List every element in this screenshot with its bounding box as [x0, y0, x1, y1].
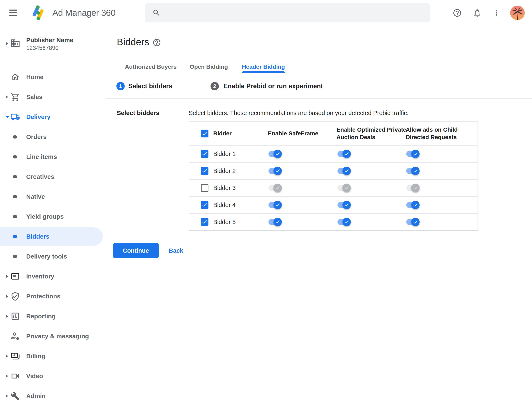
tab-open-bidding[interactable]: Open Bidding	[190, 61, 228, 73]
back-link[interactable]: Back	[169, 243, 183, 258]
privacy-icon	[10, 331, 20, 341]
toggle-thumb	[274, 150, 282, 158]
avatar[interactable]	[510, 6, 525, 20]
sidebar-item-reporting[interactable]: Reporting	[0, 306, 106, 326]
bidder-3-enable-safeframe-toggle[interactable]	[268, 184, 282, 192]
step-1-label: Select bidders	[128, 82, 172, 90]
check-icon	[413, 151, 418, 157]
sidebar-item-yield-groups[interactable]: Yield groups	[0, 207, 106, 227]
bidder-5-allow-ads-child-directed-toggle[interactable]	[406, 218, 419, 226]
tab-authorized-buyers[interactable]: Authorized Buyers	[125, 61, 177, 73]
sidebar-item-home[interactable]: Home	[0, 67, 106, 87]
row-checkbox-bidder-4[interactable]	[201, 201, 209, 209]
check-icon	[344, 151, 349, 157]
sidebar-item-billing[interactable]: Billing	[0, 346, 106, 366]
page-title: Bidders	[117, 35, 149, 49]
help-icon[interactable]	[453, 8, 462, 17]
search-input[interactable]	[166, 3, 424, 23]
check-icon	[202, 219, 208, 225]
bidder-4-allow-ads-child-directed-toggle[interactable]	[406, 201, 419, 209]
toggle-thumb	[342, 150, 351, 158]
sidebar-item-label: Delivery	[26, 113, 50, 120]
truck-icon	[10, 112, 20, 122]
toggle-thumb	[411, 218, 419, 226]
bidder-1-enable-safeframe-toggle[interactable]	[268, 150, 282, 158]
check-icon	[275, 168, 280, 174]
sidebar-item-creatives[interactable]: Creatives	[0, 167, 106, 187]
sidebar-item-video[interactable]: Video	[0, 366, 106, 386]
toggle-thumb	[411, 150, 419, 158]
check-icon	[275, 151, 280, 157]
tab-bar: Authorized BuyersOpen BiddingHeader Bidd…	[106, 61, 532, 73]
billing-icon	[10, 351, 20, 361]
sidebar-item-label: Reporting	[26, 313, 56, 320]
topbar: Ad Manager 360	[0, 0, 532, 26]
tabs-divider	[106, 73, 532, 73]
bidder-name: Bidder 4	[213, 197, 236, 213]
sidebar-item-label: Billing	[26, 352, 45, 360]
sidebar-item-label: Home	[26, 73, 43, 81]
sidebar-item-bidders[interactable]: Bidders	[0, 227, 106, 246]
check-icon	[344, 219, 349, 225]
search-bar[interactable]	[145, 3, 430, 23]
row-checkbox-bidder-5[interactable]	[201, 218, 209, 226]
sidebar-item-label: Delivery tools	[26, 253, 67, 260]
notifications-bell-icon[interactable]	[473, 8, 482, 17]
section-description: Select bidders. These recommendations ar…	[189, 109, 409, 117]
toggle-thumb	[342, 201, 351, 209]
bidders-table: BidderEnable SafeFrameEnable Optimized P…	[189, 121, 478, 231]
stepper: 1Select bidders2Enable Prebid or run exp…	[106, 80, 532, 92]
sidebar-item-label: Line items	[26, 153, 57, 160]
publisher-selector[interactable]: Publisher Name 1234567890	[0, 26, 106, 60]
sidebar-item-delivery-tools[interactable]: Delivery tools	[0, 246, 106, 266]
sidebar-item-inventory[interactable]: Inventory	[0, 266, 106, 286]
bidder-1-allow-ads-child-directed-toggle[interactable]	[406, 150, 419, 158]
bidder-2-allow-ads-child-directed-toggle[interactable]	[406, 167, 419, 175]
check-icon	[275, 185, 280, 191]
continue-button[interactable]: Continue	[113, 243, 159, 258]
truck-icon	[10, 112, 20, 122]
bidder-2-enable-optimized-private-auction-deals-toggle[interactable]	[338, 167, 351, 175]
caret-right-icon	[6, 42, 8, 46]
title-help-icon[interactable]	[152, 38, 161, 47]
sidebar-item-orders[interactable]: Orders	[0, 127, 106, 147]
sidebar-item-sales[interactable]: Sales	[0, 87, 106, 107]
cart-icon	[10, 92, 20, 102]
sidebar-item-label: Yield groups	[26, 213, 64, 220]
table-row-bidder-5: Bidder 5	[189, 213, 477, 230]
row-checkbox-bidder-3[interactable]	[201, 184, 209, 192]
bidder-3-allow-ads-child-directed-toggle[interactable]	[406, 184, 419, 192]
caret-right-icon	[6, 294, 8, 298]
row-checkbox-bidder-2[interactable]	[201, 167, 209, 175]
bidder-2-enable-safeframe-toggle[interactable]	[268, 167, 282, 175]
sidebar-item-protections[interactable]: Protections	[0, 286, 106, 306]
bidder-5-enable-optimized-private-auction-deals-toggle[interactable]	[338, 218, 351, 226]
sidebar-item-privacy-messaging[interactable]: Privacy & messaging	[0, 326, 106, 346]
sidebar-item-admin[interactable]: Admin	[0, 386, 106, 406]
bidder-1-enable-optimized-private-auction-deals-toggle[interactable]	[338, 150, 351, 158]
sidebar-item-label: Video	[26, 373, 43, 380]
check-icon	[202, 168, 208, 174]
sidebar-item-line-items[interactable]: Line items	[0, 147, 106, 167]
bidder-4-enable-safeframe-toggle[interactable]	[268, 201, 282, 209]
admin-icon	[10, 391, 20, 401]
privacy-icon	[10, 331, 20, 341]
check-icon	[413, 168, 418, 174]
row-checkbox-bidder-1[interactable]	[201, 150, 209, 158]
more-options-icon[interactable]	[492, 9, 500, 17]
bidder-5-enable-safeframe-toggle[interactable]	[268, 218, 282, 226]
column-header-enable-safeframe: Enable SafeFrame	[268, 130, 318, 137]
select-all-checkbox[interactable]	[201, 130, 209, 137]
bidder-4-enable-optimized-private-auction-deals-toggle[interactable]	[338, 201, 351, 209]
caret-right-icon	[6, 374, 8, 378]
search-icon	[152, 9, 161, 17]
report-icon	[10, 312, 20, 321]
bidder-3-enable-optimized-private-auction-deals-toggle[interactable]	[338, 184, 351, 192]
sidebar-item-native[interactable]: Native	[0, 187, 106, 207]
sidebar-item-delivery[interactable]: Delivery	[0, 107, 106, 127]
step-connector	[172, 86, 203, 86]
sidebar-item-label: Protections	[26, 293, 60, 300]
menu-icon[interactable]	[9, 9, 17, 16]
inventory-icon	[10, 272, 20, 281]
shield-icon	[10, 291, 20, 301]
